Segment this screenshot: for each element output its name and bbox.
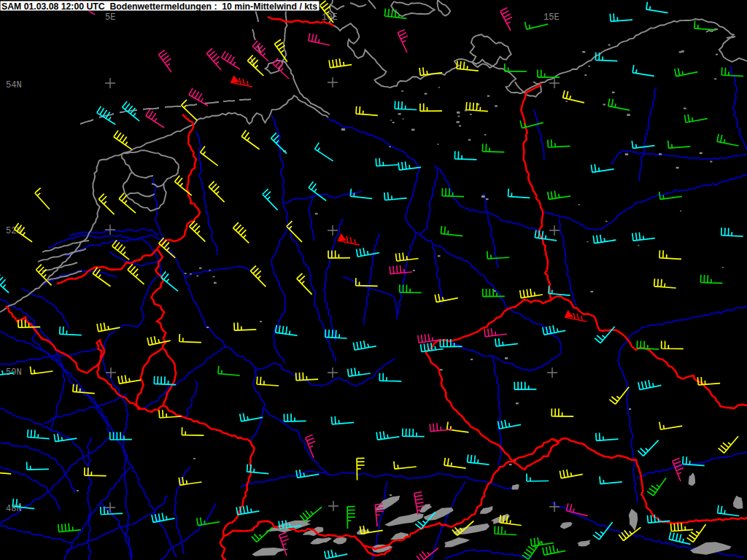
svg-text:15E: 15E <box>543 12 560 23</box>
svg-text:54N: 54N <box>6 80 22 90</box>
svg-text:5E: 5E <box>105 12 115 23</box>
svg-text:SAM 01.03.08 12:00 UTC Bodenw: SAM 01.03.08 12:00 UTC Bodenwettermeldun… <box>1 1 317 12</box>
